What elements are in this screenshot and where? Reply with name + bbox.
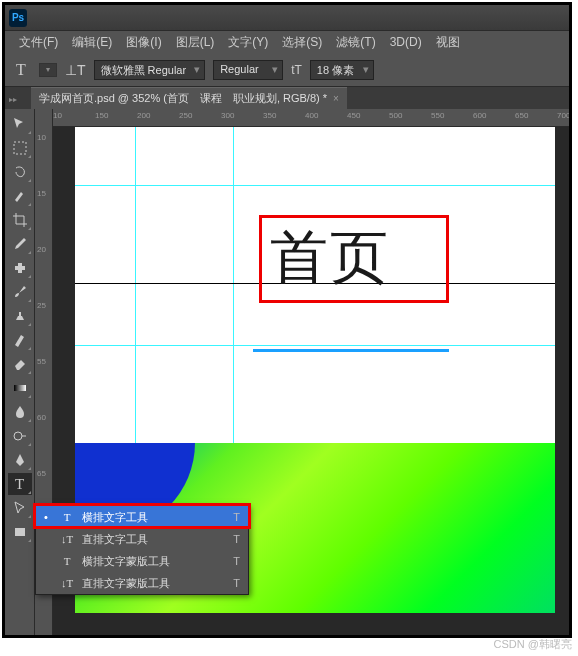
vertical-type-tool-item[interactable]: ↓T 直排文字工具 T (36, 528, 248, 550)
expand-panels-icon[interactable]: ▸▸ (9, 95, 23, 109)
active-bullet-icon: • (44, 511, 52, 523)
healing-tool[interactable] (8, 257, 32, 279)
horizontal-mask-icon: T (60, 555, 74, 567)
blur-tool[interactable] (8, 401, 32, 423)
gradient-tool[interactable] (8, 377, 32, 399)
flyout-label: 横排文字蒙版工具 (82, 554, 170, 569)
text-orientation-toggle[interactable]: ⊥T (65, 62, 86, 78)
ps-logo-icon: Ps (9, 9, 27, 27)
svg-rect-5 (15, 528, 25, 536)
pen-tool[interactable] (8, 449, 32, 471)
menu-type[interactable]: 文字(Y) (222, 32, 274, 53)
vertical-mask-icon: ↓T (60, 577, 74, 589)
font-family-select[interactable]: 微软雅黑 Regular (94, 60, 206, 80)
marquee-tool[interactable] (8, 137, 32, 159)
brush-tool[interactable] (8, 281, 32, 303)
document-tab[interactable]: 学成网首页.psd @ 352% (首页 课程 职业规划, RGB/8) * × (31, 87, 347, 109)
flyout-label: 直排文字工具 (82, 532, 148, 547)
type-tool[interactable]: T (8, 473, 32, 495)
watermark: CSDN @韩曙亮 (494, 637, 572, 652)
shortcut-key: T (233, 533, 240, 545)
horizontal-ruler[interactable]: 10150200250300350400450500550600650700 (35, 109, 569, 127)
clone-stamp-tool[interactable] (8, 305, 32, 327)
tool-preset-dropdown[interactable]: ▾ (39, 63, 57, 77)
document-tabs: ▸▸ 学成网首页.psd @ 352% (首页 课程 职业规划, RGB/8) … (5, 87, 569, 109)
dodge-tool[interactable] (8, 425, 32, 447)
lasso-tool[interactable] (8, 161, 32, 183)
flyout-label: 直排文字蒙版工具 (82, 576, 170, 591)
svg-rect-3 (14, 385, 26, 391)
menu-bar: 文件(F) 编辑(E) 图像(I) 图层(L) 文字(Y) 选择(S) 滤镜(T… (5, 31, 569, 53)
toolbox: T (5, 109, 35, 635)
menu-file[interactable]: 文件(F) (13, 32, 64, 53)
type-tool-flyout: • T 横排文字工具 T ↓T 直排文字工具 T T 横排文字蒙版工具 T ↓T… (35, 505, 249, 595)
font-style-select[interactable]: Regular (213, 60, 283, 80)
options-bar: T ▾ ⊥T 微软雅黑 Regular Regular tT 18 像素 (5, 53, 569, 87)
quick-select-tool[interactable] (8, 185, 32, 207)
font-size-select[interactable]: 18 像素 (310, 60, 374, 80)
svg-point-4 (14, 432, 22, 440)
vertical-type-icon: ↓T (60, 533, 74, 545)
menu-3d[interactable]: 3D(D) (384, 33, 428, 51)
rectangle-tool[interactable] (8, 521, 32, 543)
font-size-icon: tT (291, 63, 302, 77)
close-tab-icon[interactable]: × (333, 93, 339, 104)
history-brush-tool[interactable] (8, 329, 32, 351)
menu-select[interactable]: 选择(S) (276, 32, 328, 53)
vertical-type-mask-item[interactable]: ↓T 直排文字蒙版工具 T (36, 572, 248, 594)
menu-filter[interactable]: 滤镜(T) (330, 32, 381, 53)
move-tool[interactable] (8, 113, 32, 135)
svg-rect-0 (14, 142, 26, 154)
horizontal-type-tool-item[interactable]: • T 横排文字工具 T (36, 506, 248, 528)
path-select-tool[interactable] (8, 497, 32, 519)
canvas-text[interactable]: 首页 (262, 218, 446, 298)
eyedropper-tool[interactable] (8, 233, 32, 255)
horizontal-type-icon: T (60, 511, 74, 523)
menu-image[interactable]: 图像(I) (120, 32, 167, 53)
flyout-label: 横排文字工具 (82, 510, 148, 525)
document-tab-title: 学成网首页.psd @ 352% (首页 课程 职业规划, RGB/8) * (39, 91, 327, 106)
menu-view[interactable]: 视图 (430, 32, 466, 53)
title-bar: Ps (5, 5, 569, 31)
shortcut-key: T (233, 555, 240, 567)
menu-layer[interactable]: 图层(L) (170, 32, 221, 53)
eraser-tool[interactable] (8, 353, 32, 375)
shortcut-key: T (233, 577, 240, 589)
horizontal-type-mask-item[interactable]: T 横排文字蒙版工具 T (36, 550, 248, 572)
menu-edit[interactable]: 编辑(E) (66, 32, 118, 53)
type-tool-indicator-icon: T (11, 60, 31, 80)
crop-tool[interactable] (8, 209, 32, 231)
shortcut-key: T (233, 511, 240, 523)
svg-rect-2 (18, 263, 22, 273)
text-selection-highlight: 首页 (259, 215, 449, 303)
